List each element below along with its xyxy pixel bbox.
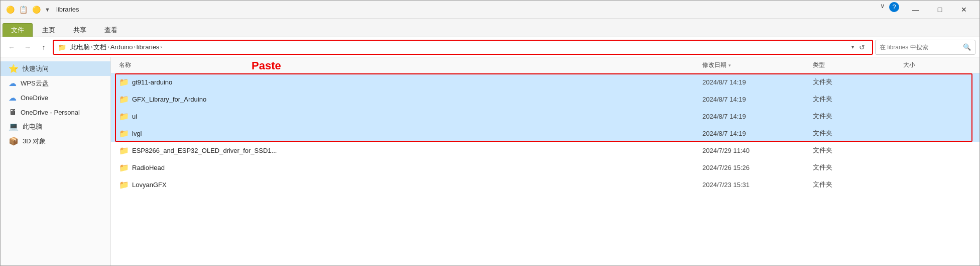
file-type-radiohead: 文件夹 <box>809 163 899 172</box>
address-bar[interactable]: 📁 此电脑 › 文档 › Arduino › libraries › ▾ ↺ <box>53 40 873 55</box>
file-row-gfx[interactable]: 📁 GFX_Library_for_Arduino 2024/8/7 14:19… <box>111 91 979 108</box>
file-name-lvgl: 📁 lvgl <box>115 129 698 138</box>
file-list-area: Paste 名称 修改日期 ▾ 类型 大小 <box>111 57 979 265</box>
file-name-gfx: 📁 GFX_Library_for_Arduino <box>115 95 698 104</box>
address-segment-arduino: Arduino <box>110 43 133 51</box>
window: 🟡 📋 🟡 ▼ libraries ∨ ? — □ ✕ 文件 主页 共享 查看 … <box>0 0 980 266</box>
tab-view[interactable]: 查看 <box>96 23 126 37</box>
sort-arrow-date: ▾ <box>728 63 731 68</box>
sidebar-item-onedrive[interactable]: ☁ OneDrive <box>1 91 110 105</box>
window-title: libraries <box>54 6 880 13</box>
highlight-group: 📁 gt911-arduino 2024/8/7 14:19 文件夹 📁 GFX… <box>111 73 979 142</box>
folder-icon-gt911: 📁 <box>119 77 129 87</box>
main-content: ⭐ 快速访问 ☁ WPS云盘 ☁ OneDrive 🖥 OneDrive - P… <box>1 57 979 265</box>
onedrive-icon: ☁ <box>9 93 17 103</box>
address-segment-libraries: libraries <box>137 43 160 51</box>
address-bar-content: 此电脑 › 文档 › Arduino › libraries › <box>70 43 847 52</box>
file-date-ui: 2024/8/7 14:19 <box>698 113 809 120</box>
col-header-date[interactable]: 修改日期 ▾ <box>698 61 809 69</box>
file-type-gfx: 文件夹 <box>809 95 899 104</box>
onedrive-personal-icon: 🖥 <box>9 108 17 117</box>
close-button[interactable]: ✕ <box>952 2 975 17</box>
forward-button[interactable]: → <box>21 40 35 54</box>
search-bar[interactable]: 🔍 <box>875 40 975 55</box>
sidebar-item-label-wps: WPS云盘 <box>21 79 49 88</box>
sidebar: ⭐ 快速访问 ☁ WPS云盘 ☁ OneDrive 🖥 OneDrive - P… <box>1 57 111 265</box>
folder-icon-lvgl: 📁 <box>119 129 129 138</box>
file-type-esp: 文件夹 <box>809 146 899 155</box>
file-date-lovyangfx: 2024/7/23 15:31 <box>698 181 809 189</box>
ribbon: 文件 主页 共享 查看 <box>1 19 979 37</box>
address-dropdown-icon[interactable]: ▾ <box>851 44 854 50</box>
col-header-size[interactable]: 大小 <box>899 61 959 69</box>
file-date-lvgl: 2024/8/7 14:19 <box>698 130 809 137</box>
tab-home[interactable]: 主页 <box>34 23 64 37</box>
file-date-radiohead: 2024/7/26 15:26 <box>698 164 809 171</box>
help-btn[interactable]: ? <box>889 2 899 12</box>
this-pc-icon: 💻 <box>9 122 19 131</box>
file-date-esp: 2024/7/29 11:40 <box>698 147 809 154</box>
file-row-radiohead[interactable]: 📁 RadioHead 2024/7/26 15:26 文件夹 <box>111 159 979 176</box>
sidebar-item-3d[interactable]: 📦 3D 对象 <box>1 134 110 148</box>
sidebar-item-wps[interactable]: ☁ WPS云盘 <box>1 76 110 91</box>
maximize-button[interactable]: □ <box>928 2 951 17</box>
search-icon[interactable]: 🔍 <box>963 43 971 51</box>
title-bar: 🟡 📋 🟡 ▼ libraries ∨ ? — □ ✕ <box>1 1 979 19</box>
ribbon-tabs: 文件 主页 共享 查看 <box>1 19 979 37</box>
folder-icon-lovyangfx: 📁 <box>119 180 129 190</box>
file-name-esp: 📁 ESP8266_and_ESP32_OLED_driver_for_SSD1… <box>115 146 698 155</box>
tab-share[interactable]: 共享 <box>65 23 95 37</box>
quick-access-icon: ⭐ <box>9 64 19 73</box>
sidebar-item-label-3d: 3D 对象 <box>23 137 46 146</box>
up-button[interactable]: ↑ <box>37 40 51 54</box>
address-refresh-icon[interactable]: ↺ <box>856 41 868 53</box>
file-row-gt911[interactable]: 📁 gt911-arduino 2024/8/7 14:19 文件夹 <box>111 73 979 91</box>
title-icon-1: 🟡 <box>5 4 16 15</box>
file-name-lovyangfx: 📁 LovyanGFX <box>115 180 698 190</box>
address-folder-icon: 📁 <box>58 43 66 51</box>
file-name-ui: 📁 ui <box>115 112 698 121</box>
address-segment-doc: 文档 <box>93 43 106 52</box>
file-name-radiohead: 📁 RadioHead <box>115 163 698 172</box>
arrow-4: › <box>160 44 162 50</box>
arrow-3: › <box>134 44 136 50</box>
arrow-2: › <box>107 44 109 50</box>
wps-icon: ☁ <box>9 78 17 88</box>
title-bar-controls: ∨ ? — □ ✕ <box>880 2 975 17</box>
sidebar-item-label-quick-access: 快速访问 <box>23 64 49 73</box>
back-button[interactable]: ← <box>5 40 19 54</box>
file-row-lovyangfx[interactable]: 📁 LovyanGFX 2024/7/23 15:31 文件夹 <box>111 176 979 193</box>
sidebar-item-this-pc[interactable]: 💻 此电脑 <box>1 119 110 134</box>
file-type-lvgl: 文件夹 <box>809 129 899 138</box>
search-input[interactable] <box>880 44 961 51</box>
file-type-gt911: 文件夹 <box>809 77 899 86</box>
file-row-ui[interactable]: 📁 ui 2024/8/7 14:19 文件夹 <box>111 108 979 125</box>
tab-file[interactable]: 文件 <box>3 23 33 37</box>
arrow-1: › <box>91 44 92 50</box>
folder-icon-gfx: 📁 <box>119 95 129 104</box>
folder-icon-ui: 📁 <box>119 112 129 121</box>
file-date-gfx: 2024/8/7 14:19 <box>698 96 809 103</box>
minimize-button[interactable]: — <box>904 2 927 17</box>
3d-icon: 📦 <box>9 136 19 146</box>
folder-icon-radiohead: 📁 <box>119 163 129 172</box>
sidebar-item-onedrive-personal[interactable]: 🖥 OneDrive - Personal <box>1 105 110 119</box>
address-segment-pc: 此电脑 <box>70 43 90 52</box>
version-dropdown[interactable]: ∨ <box>880 2 885 17</box>
file-name-gt911: 📁 gt911-arduino <box>115 77 698 87</box>
file-row-lvgl[interactable]: 📁 lvgl 2024/8/7 14:19 文件夹 <box>111 125 979 142</box>
col-header-name[interactable]: 名称 <box>115 61 698 69</box>
file-type-ui: 文件夹 <box>809 112 899 121</box>
folder-icon-esp: 📁 <box>119 146 129 155</box>
title-bar-icons: 🟡 📋 🟡 ▼ <box>5 4 50 15</box>
address-row: ← → ↑ 📁 此电脑 › 文档 › Arduino › libraries ›… <box>1 37 979 57</box>
file-date-gt911: 2024/8/7 14:19 <box>698 78 809 86</box>
file-list-header: 名称 修改日期 ▾ 类型 大小 <box>111 57 979 73</box>
sidebar-item-label-onedrive: OneDrive <box>21 94 48 102</box>
sidebar-item-label-this-pc: 此电脑 <box>23 122 42 131</box>
sidebar-item-label-onedrive-personal: OneDrive - Personal <box>21 109 80 116</box>
file-list-body[interactable]: 📁 gt911-arduino 2024/8/7 14:19 文件夹 📁 GFX… <box>111 73 979 265</box>
file-row-esp[interactable]: 📁 ESP8266_and_ESP32_OLED_driver_for_SSD1… <box>111 142 979 159</box>
sidebar-item-quick-access[interactable]: ⭐ 快速访问 <box>1 61 110 76</box>
col-header-type[interactable]: 类型 <box>809 61 899 69</box>
